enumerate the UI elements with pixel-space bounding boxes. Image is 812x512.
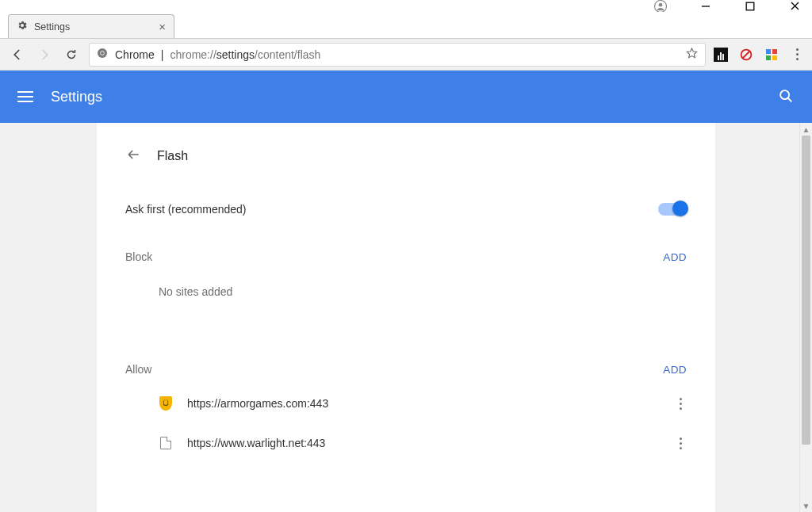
svg-rect-14 — [772, 55, 777, 60]
forward-button[interactable] — [35, 45, 54, 64]
site-url: https://www.warlight.net:443 — [187, 437, 325, 449]
back-button[interactable] — [8, 45, 27, 64]
svg-line-16 — [788, 97, 792, 101]
ask-first-toggle[interactable] — [658, 203, 687, 216]
omnibox[interactable]: Chrome | chrome://settings/content/flash — [89, 43, 706, 67]
ask-first-row: Ask first (recommended) — [125, 192, 687, 246]
page-title: Flash — [157, 149, 188, 163]
minimize-button[interactable] — [695, 0, 717, 12]
browser-toolbar: Chrome | chrome://settings/content/flash — [0, 39, 812, 71]
app-title: Settings — [51, 89, 102, 105]
omnibox-url: chrome://settings/content/flash — [170, 48, 320, 61]
svg-rect-12 — [772, 49, 777, 54]
allow-add-button[interactable]: ADD — [663, 364, 687, 376]
ask-first-label: Ask first (recommended) — [125, 203, 246, 216]
block-label: Block — [125, 250, 152, 263]
block-empty-text: No sites added — [125, 271, 687, 331]
chrome-menu-button[interactable] — [790, 48, 804, 60]
settings-app-header: Settings — [0, 71, 812, 123]
menu-icon[interactable] — [17, 91, 33, 102]
svg-rect-3 — [746, 2, 754, 10]
block-section-header: Block ADD — [125, 246, 687, 271]
svg-rect-11 — [766, 49, 771, 54]
site-row-menu-button[interactable] — [674, 398, 687, 410]
scroll-track[interactable] — [800, 136, 812, 499]
browser-tab[interactable]: Settings × — [8, 14, 174, 38]
omnibox-origin-label: Chrome — [115, 48, 155, 61]
tab-strip: Settings × — [0, 12, 812, 39]
gear-icon — [17, 20, 28, 33]
search-icon[interactable] — [777, 87, 795, 107]
bookmark-star-icon[interactable] — [685, 47, 699, 63]
site-row-menu-button[interactable] — [674, 437, 687, 449]
close-tab-button[interactable]: × — [159, 21, 166, 32]
shield-icon — [159, 396, 173, 411]
scroll-thumb[interactable] — [802, 136, 810, 445]
window-titlebar — [0, 0, 812, 12]
settings-card: Flash Ask first (recommended) Block ADD … — [97, 123, 715, 512]
reload-button[interactable] — [62, 45, 81, 64]
page-header: Flash — [125, 142, 687, 192]
block-extension-icon[interactable] — [739, 48, 753, 62]
svg-point-15 — [780, 90, 789, 99]
site-url: https://armorgames.com:443 — [187, 397, 328, 410]
extension-icons — [714, 48, 804, 62]
block-add-button[interactable]: ADD — [663, 251, 687, 263]
colored-extension-icon[interactable] — [764, 48, 779, 62]
equalizer-extension-icon[interactable] — [714, 48, 728, 62]
svg-rect-13 — [766, 55, 771, 60]
back-arrow-icon[interactable] — [125, 147, 141, 165]
vertical-scrollbar[interactable]: ▲ ▼ — [799, 123, 812, 512]
scroll-up-arrow[interactable]: ▲ — [800, 123, 812, 136]
allow-label: Allow — [125, 363, 151, 376]
allow-site-row: https://armorgames.com:443 — [125, 384, 687, 423]
allow-site-row: https://www.warlight.net:443 — [125, 423, 687, 463]
content-viewport: Flash Ask first (recommended) Block ADD … — [0, 123, 812, 512]
maximize-button[interactable] — [739, 0, 761, 12]
svg-point-8 — [101, 52, 104, 55]
svg-line-10 — [743, 51, 750, 58]
file-icon — [159, 436, 173, 450]
chrome-logo-icon — [96, 47, 109, 62]
close-window-button[interactable] — [783, 0, 806, 12]
svg-point-1 — [659, 2, 663, 6]
scroll-down-arrow[interactable]: ▼ — [800, 499, 812, 512]
omnibox-separator: | — [161, 48, 164, 61]
tab-title: Settings — [34, 21, 70, 32]
allow-section-header: Allow ADD — [125, 358, 687, 384]
